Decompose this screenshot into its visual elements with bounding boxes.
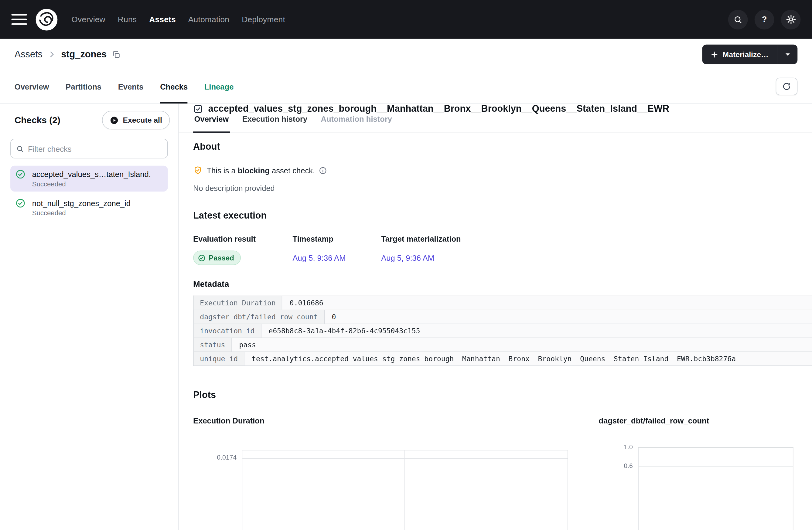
breadcrumb-row: Assets stg_zones Materialize… xyxy=(0,39,812,70)
metadata-heading: Metadata xyxy=(193,280,797,289)
metadata-key: dagster_dbt/failed_row_count xyxy=(194,310,324,324)
sparkle-icon xyxy=(711,50,719,58)
plot-area xyxy=(242,450,568,530)
nav-right-actions: ? xyxy=(728,10,801,29)
col-timestamp: Timestamp xyxy=(293,235,381,244)
description-placeholder: No description provided xyxy=(193,183,797,192)
nav-item-deployment[interactable]: Deployment xyxy=(242,15,285,24)
breadcrumb-assets-link[interactable]: Assets xyxy=(15,49,43,60)
plot-area xyxy=(638,447,794,530)
check-detail-panel: accepted_values_stg_zones_borough__Manha… xyxy=(178,104,812,530)
gear-icon xyxy=(785,14,796,25)
y-tick-label: 1.0 xyxy=(624,443,633,451)
chevron-down-icon xyxy=(784,51,791,58)
table-row: dagster_dbt/failed_row_count 0 xyxy=(194,310,812,324)
metadata-value: e658b8c8-3a1a-4b4f-82b6-4c955043c155 xyxy=(261,324,812,338)
timestamp-link[interactable]: Aug 5, 9:36 AM xyxy=(293,253,381,262)
table-row: unique_id test.analytics.accepted_values… xyxy=(194,352,812,366)
tab-partitions[interactable]: Partitions xyxy=(66,70,101,103)
badge-check-icon xyxy=(198,254,206,262)
target-materialization-link[interactable]: Aug 5, 9:36 AM xyxy=(381,253,797,262)
check-overview-body: About This is a blocking asset check. xyxy=(178,133,812,530)
nav-item-automation[interactable]: Automation xyxy=(188,15,229,24)
tab-overview[interactable]: Overview xyxy=(15,70,49,103)
plots-heading: Plots xyxy=(193,390,797,401)
check-item-status: Succeeded xyxy=(32,180,163,188)
col-evaluation-result: Evaluation result xyxy=(193,235,292,244)
tab-lineage[interactable]: Lineage xyxy=(204,70,234,103)
chevron-right-icon xyxy=(48,50,56,58)
y-tick-label: 0.6 xyxy=(624,462,633,470)
shield-check-icon xyxy=(193,166,203,175)
nav-item-overview[interactable]: Overview xyxy=(71,15,105,24)
metadata-value: 0.016686 xyxy=(282,296,812,309)
sidebar-header: Checks (2) Execute all xyxy=(0,104,178,134)
metadata-value: 0 xyxy=(324,310,812,324)
filter-checks-input[interactable] xyxy=(28,144,162,153)
check-list-item-not-null[interactable]: not_null_stg_zones_zone_id Succeeded xyxy=(10,195,168,220)
materialize-button[interactable]: Materialize… xyxy=(702,45,777,64)
top-nav: Overview Runs Assets Automation Deployme… xyxy=(0,0,812,39)
search-icon xyxy=(733,15,743,24)
checks-sidebar: Checks (2) Execute all xyxy=(0,104,178,530)
check-list-item-accepted-values[interactable]: accepted_values_s…taten_Island. Succeede… xyxy=(10,166,168,192)
table-row: status pass xyxy=(194,338,812,352)
nav-item-assets[interactable]: Assets xyxy=(149,15,176,24)
search-button[interactable] xyxy=(728,10,748,29)
materialize-dropdown-button[interactable] xyxy=(777,45,797,64)
page-title: stg_zones xyxy=(61,49,106,60)
play-circle-icon xyxy=(110,116,119,124)
hamburger-menu-icon[interactable] xyxy=(12,14,27,25)
metadata-table: Execution Duration 0.016686 dagster_dbt/… xyxy=(193,296,812,366)
check-success-icon xyxy=(15,170,29,179)
refresh-button[interactable] xyxy=(776,78,798,95)
table-row: invocation_id e658b8c8-3a1a-4b4f-82b6-4c… xyxy=(194,324,812,338)
blocking-text: This is a blocking asset check. xyxy=(206,166,315,175)
chart-title: Execution Duration xyxy=(193,416,598,425)
check-item-name: not_null_stg_zones_zone_id xyxy=(32,199,163,208)
settings-button[interactable] xyxy=(781,10,801,29)
tab-events[interactable]: Events xyxy=(118,70,144,103)
help-icon: ? xyxy=(762,15,767,24)
check-item-name: accepted_values_s…taten_Island. xyxy=(32,170,163,178)
metadata-key: invocation_id xyxy=(194,324,261,338)
about-heading: About xyxy=(193,142,797,152)
checks-count-title: Checks (2) xyxy=(15,115,60,126)
nav-item-runs[interactable]: Runs xyxy=(118,15,137,24)
chart-title: dagster_dbt/failed_row_count xyxy=(598,416,797,425)
check-name-title: accepted_values_stg_zones_borough__Manha… xyxy=(208,104,669,115)
refresh-icon xyxy=(782,82,791,91)
asset-tabs: Overview Partitions Events Checks Lineag… xyxy=(15,70,234,103)
materialize-label: Materialize… xyxy=(723,50,769,58)
info-icon[interactable] xyxy=(319,166,327,174)
tab-check-overview[interactable]: Overview xyxy=(193,115,230,133)
status-badge-passed: Passed xyxy=(193,250,241,265)
blocking-note: This is a blocking asset check. xyxy=(193,166,797,175)
chart-execution-duration: Execution Duration 0.0174 xyxy=(193,416,598,530)
metadata-key: Execution Duration xyxy=(194,296,282,309)
plots-row: Execution Duration 0.0174 dags xyxy=(193,416,797,530)
metadata-value: test.analytics.accepted_values_stg_zones… xyxy=(244,352,812,366)
materialize-split-button: Materialize… xyxy=(702,45,797,64)
app: Overview Runs Assets Automation Deployme… xyxy=(0,0,812,530)
col-target-materialization: Target materialization xyxy=(381,235,797,244)
check-header: accepted_values_stg_zones_borough__Manha… xyxy=(178,104,812,115)
help-button[interactable]: ? xyxy=(755,10,774,29)
table-row: Execution Duration 0.016686 xyxy=(194,296,812,310)
filter-search-icon xyxy=(16,145,24,153)
tab-execution-history[interactable]: Execution history xyxy=(241,115,308,133)
copy-icon[interactable] xyxy=(112,50,120,59)
latest-execution-heading: Latest execution xyxy=(193,210,797,221)
latest-execution-grid: Evaluation result Timestamp Target mater… xyxy=(193,235,797,265)
execute-all-button[interactable]: Execute all xyxy=(102,111,170,129)
asset-check-icon xyxy=(193,104,203,114)
filter-checks-field[interactable] xyxy=(10,139,168,159)
content: Checks (2) Execute all xyxy=(0,104,812,530)
main-nav-links: Overview Runs Assets Automation Deployme… xyxy=(71,15,285,24)
y-tick-label: 0.0174 xyxy=(217,454,236,461)
dagster-logo[interactable] xyxy=(35,8,58,31)
check-list: accepted_values_s…taten_Island. Succeede… xyxy=(0,164,178,222)
asset-tabs-row: Overview Partitions Events Checks Lineag… xyxy=(0,70,812,104)
tab-checks[interactable]: Checks xyxy=(160,70,188,103)
tab-automation-history: Automation history xyxy=(320,115,393,133)
